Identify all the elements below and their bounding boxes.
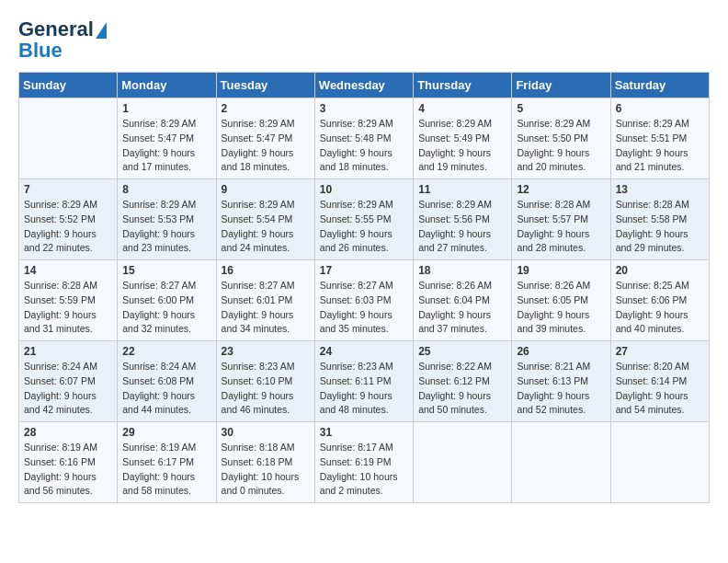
- day-number: 26: [517, 345, 605, 358]
- day-number: 24: [320, 345, 408, 358]
- sunset-text: Sunset: 6:18 PM: [222, 455, 310, 470]
- calendar-week-1: 1Sunrise: 8:29 AMSunset: 5:47 PMDaylight…: [19, 98, 710, 179]
- sunset-text: Sunset: 6:04 PM: [418, 293, 506, 308]
- sunrise-text: Sunrise: 8:27 AM: [320, 279, 408, 293]
- sunrise-text: Sunrise: 8:29 AM: [616, 117, 704, 132]
- day-number: 13: [616, 183, 704, 196]
- sunset-text: Sunset: 6:08 PM: [122, 374, 210, 389]
- calendar-week-3: 14Sunrise: 8:28 AMSunset: 5:59 PMDayligh…: [19, 260, 710, 341]
- cell-content: Sunrise: 8:29 AMSunset: 5:56 PMDaylight:…: [418, 198, 506, 256]
- daylight-text: Daylight: 9 hours and 27 minutes.: [418, 227, 506, 257]
- daylight-text: Daylight: 9 hours and 52 minutes.: [517, 389, 605, 419]
- sunrise-text: Sunrise: 8:19 AM: [122, 441, 210, 455]
- calendar-cell: 30Sunrise: 8:18 AMSunset: 6:18 PMDayligh…: [216, 422, 314, 503]
- sunset-text: Sunset: 6:05 PM: [517, 293, 605, 308]
- cell-content: Sunrise: 8:17 AMSunset: 6:19 PMDaylight:…: [320, 441, 408, 499]
- day-number: 15: [122, 264, 210, 277]
- sunset-text: Sunset: 6:03 PM: [320, 293, 408, 308]
- cell-content: Sunrise: 8:28 AMSunset: 5:59 PMDaylight:…: [24, 279, 112, 337]
- sunset-text: Sunset: 5:51 PM: [616, 132, 704, 146]
- daylight-text: Daylight: 9 hours and 18 minutes.: [320, 146, 408, 176]
- day-number: 20: [616, 264, 704, 277]
- sunrise-text: Sunrise: 8:19 AM: [24, 441, 112, 455]
- calendar-cell: 7Sunrise: 8:29 AMSunset: 5:52 PMDaylight…: [19, 179, 118, 260]
- sunrise-text: Sunrise: 8:28 AM: [616, 198, 704, 213]
- calendar-table: SundayMondayTuesdayWednesdayThursdayFrid…: [18, 72, 710, 503]
- daylight-text: Daylight: 9 hours and 54 minutes.: [616, 389, 704, 419]
- calendar-cell: 18Sunrise: 8:26 AMSunset: 6:04 PMDayligh…: [414, 260, 512, 341]
- sunset-text: Sunset: 6:17 PM: [122, 455, 210, 470]
- sunrise-text: Sunrise: 8:29 AM: [24, 198, 112, 213]
- calendar-week-5: 28Sunrise: 8:19 AMSunset: 6:16 PMDayligh…: [19, 422, 710, 503]
- daylight-text: Daylight: 9 hours and 22 minutes.: [24, 227, 112, 257]
- sunrise-text: Sunrise: 8:24 AM: [24, 360, 112, 374]
- cell-content: Sunrise: 8:24 AMSunset: 6:08 PMDaylight:…: [122, 360, 210, 418]
- logo: General Blue: [18, 18, 107, 63]
- sunrise-text: Sunrise: 8:21 AM: [517, 360, 605, 374]
- sunset-text: Sunset: 5:50 PM: [517, 132, 605, 146]
- sunset-text: Sunset: 5:54 PM: [222, 213, 310, 227]
- day-number: 29: [122, 426, 210, 439]
- calendar-cell: 11Sunrise: 8:29 AMSunset: 5:56 PMDayligh…: [414, 179, 512, 260]
- calendar-cell: 25Sunrise: 8:22 AMSunset: 6:12 PMDayligh…: [414, 341, 512, 422]
- cell-content: Sunrise: 8:29 AMSunset: 5:55 PMDaylight:…: [320, 198, 408, 256]
- calendar-cell: 22Sunrise: 8:24 AMSunset: 6:08 PMDayligh…: [118, 341, 216, 422]
- sunset-text: Sunset: 5:48 PM: [320, 132, 408, 146]
- daylight-text: Daylight: 9 hours and 28 minutes.: [517, 227, 605, 257]
- sunset-text: Sunset: 6:10 PM: [222, 374, 310, 389]
- cell-content: Sunrise: 8:29 AMSunset: 5:47 PMDaylight:…: [222, 117, 310, 175]
- daylight-text: Daylight: 9 hours and 18 minutes.: [222, 146, 310, 176]
- sunrise-text: Sunrise: 8:26 AM: [517, 279, 605, 293]
- day-number: 18: [418, 264, 506, 277]
- sunrise-text: Sunrise: 8:18 AM: [222, 441, 310, 455]
- cell-content: Sunrise: 8:18 AMSunset: 6:18 PMDaylight:…: [222, 441, 310, 499]
- calendar-cell: 31Sunrise: 8:17 AMSunset: 6:19 PMDayligh…: [314, 422, 413, 503]
- calendar-cell: 24Sunrise: 8:23 AMSunset: 6:11 PMDayligh…: [314, 341, 413, 422]
- calendar-cell: 13Sunrise: 8:28 AMSunset: 5:58 PMDayligh…: [610, 179, 709, 260]
- day-number: 28: [24, 426, 112, 439]
- cell-content: Sunrise: 8:29 AMSunset: 5:51 PMDaylight:…: [616, 117, 704, 175]
- day-header-sunday: Sunday: [19, 73, 118, 98]
- daylight-text: Daylight: 9 hours and 40 minutes.: [616, 308, 704, 338]
- sunrise-text: Sunrise: 8:22 AM: [418, 360, 506, 374]
- day-header-friday: Friday: [512, 73, 610, 98]
- sunrise-text: Sunrise: 8:25 AM: [616, 279, 704, 293]
- sunrise-text: Sunrise: 8:23 AM: [320, 360, 408, 374]
- calendar-header-row: SundayMondayTuesdayWednesdayThursdayFrid…: [19, 73, 710, 98]
- day-number: 14: [24, 264, 112, 277]
- day-number: 30: [222, 426, 310, 439]
- daylight-text: Daylight: 9 hours and 32 minutes.: [122, 308, 210, 338]
- daylight-text: Daylight: 10 hours and 0 minutes.: [222, 470, 310, 500]
- daylight-text: Daylight: 9 hours and 50 minutes.: [418, 389, 506, 419]
- calendar-cell: 23Sunrise: 8:23 AMSunset: 6:10 PMDayligh…: [216, 341, 314, 422]
- day-number: 5: [517, 102, 605, 115]
- daylight-text: Daylight: 9 hours and 23 minutes.: [122, 227, 210, 257]
- cell-content: Sunrise: 8:27 AMSunset: 6:01 PMDaylight:…: [222, 279, 310, 337]
- calendar-cell: 16Sunrise: 8:27 AMSunset: 6:01 PMDayligh…: [216, 260, 314, 341]
- sunset-text: Sunset: 6:06 PM: [616, 293, 704, 308]
- sunrise-text: Sunrise: 8:17 AM: [320, 441, 408, 455]
- cell-content: Sunrise: 8:29 AMSunset: 5:54 PMDaylight:…: [222, 198, 310, 256]
- calendar-cell: 9Sunrise: 8:29 AMSunset: 5:54 PMDaylight…: [216, 179, 314, 260]
- day-number: 31: [320, 426, 408, 439]
- calendar-cell: 6Sunrise: 8:29 AMSunset: 5:51 PMDaylight…: [610, 98, 709, 179]
- daylight-text: Daylight: 9 hours and 34 minutes.: [222, 308, 310, 338]
- daylight-text: Daylight: 9 hours and 46 minutes.: [222, 389, 310, 419]
- cell-content: Sunrise: 8:23 AMSunset: 6:11 PMDaylight:…: [320, 360, 408, 418]
- day-number: 10: [320, 183, 408, 196]
- daylight-text: Daylight: 9 hours and 39 minutes.: [517, 308, 605, 338]
- sunrise-text: Sunrise: 8:29 AM: [122, 117, 210, 132]
- sunset-text: Sunset: 6:01 PM: [222, 293, 310, 308]
- sunset-text: Sunset: 5:59 PM: [24, 293, 112, 308]
- day-header-wednesday: Wednesday: [314, 73, 413, 98]
- sunrise-text: Sunrise: 8:24 AM: [122, 360, 210, 374]
- calendar-cell: 14Sunrise: 8:28 AMSunset: 5:59 PMDayligh…: [19, 260, 118, 341]
- sunrise-text: Sunrise: 8:26 AM: [418, 279, 506, 293]
- cell-content: Sunrise: 8:19 AMSunset: 6:17 PMDaylight:…: [122, 441, 210, 499]
- day-header-thursday: Thursday: [414, 73, 512, 98]
- calendar-cell: 8Sunrise: 8:29 AMSunset: 5:53 PMDaylight…: [118, 179, 216, 260]
- cell-content: Sunrise: 8:23 AMSunset: 6:10 PMDaylight:…: [222, 360, 310, 418]
- sunset-text: Sunset: 5:57 PM: [517, 213, 605, 227]
- calendar-cell: 29Sunrise: 8:19 AMSunset: 6:17 PMDayligh…: [118, 422, 216, 503]
- cell-content: Sunrise: 8:26 AMSunset: 6:05 PMDaylight:…: [517, 279, 605, 337]
